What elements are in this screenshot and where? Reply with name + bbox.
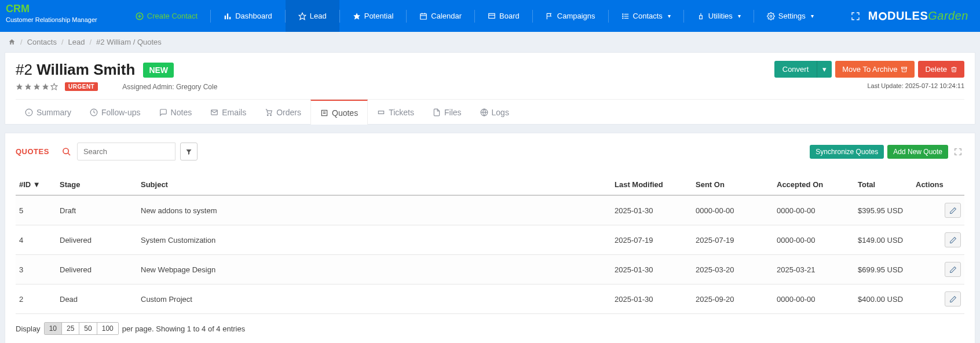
cell-actions (912, 255, 964, 284)
th-modified[interactable]: Last Modified (611, 174, 692, 195)
chevron-down-icon: ▾ (822, 65, 827, 74)
nav-calendar[interactable]: Calendar (407, 0, 474, 32)
page-size-100[interactable]: 100 (97, 323, 118, 334)
th-subject[interactable]: Subject (137, 174, 611, 195)
last-update: Last Update: 2025-07-12 10:24:11 (774, 82, 964, 89)
nav-dashboard[interactable]: Dashboard (211, 0, 285, 32)
cell-modified: 2025-01-30 (611, 255, 692, 284)
th-accepted[interactable]: Accepted On (773, 174, 854, 195)
edit-button[interactable] (945, 262, 961, 277)
cell-modified: 2025-01-30 (611, 284, 692, 314)
tab-tickets[interactable]: Tickets (368, 100, 423, 124)
nav-create-contact[interactable]: Create Contact (123, 0, 210, 32)
convert-button[interactable]: Convert ▾ (774, 61, 832, 78)
archive-icon (901, 66, 908, 73)
svg-point-19 (622, 17, 623, 18)
delete-button[interactable]: Delete (918, 61, 964, 78)
cell-total: $400.00 USD (854, 284, 912, 314)
nav-contacts[interactable]: Contacts ▾ (609, 0, 683, 32)
search-input[interactable] (77, 143, 175, 160)
nav-settings[interactable]: Settings ▾ (754, 0, 827, 32)
th-id[interactable]: #ID ▼ (16, 174, 56, 195)
globe-icon (480, 108, 488, 116)
nav-label: Dashboard (235, 12, 272, 20)
tab-orders[interactable]: Orders (255, 100, 310, 124)
plus-circle-icon (136, 12, 144, 20)
home-icon[interactable] (8, 38, 16, 46)
cell-id: 4 (16, 225, 56, 255)
svg-rect-21 (700, 15, 703, 19)
cell-accepted: 0000-00-00 (773, 284, 854, 314)
svg-rect-28 (902, 67, 907, 68)
nav-label: Potential (364, 12, 394, 20)
expand-icon[interactable] (952, 145, 964, 158)
list-icon (621, 12, 630, 20)
nav-potential[interactable]: Potential (340, 0, 407, 32)
table-row[interactable]: 3DeliveredNew Webpage Design2025-01-3020… (16, 255, 964, 284)
svg-marker-27 (51, 83, 57, 90)
fullscreen-icon[interactable] (851, 12, 860, 21)
tab-summary[interactable]: Summary (16, 100, 81, 124)
cell-accepted: 0000-00-00 (773, 195, 854, 225)
table-row[interactable]: 5DraftNew addons to system2025-01-300000… (16, 195, 964, 225)
cell-sent: 0000-00-00 (692, 195, 773, 225)
nav-board[interactable]: Board (475, 0, 532, 32)
tab-notes[interactable]: Notes (150, 100, 202, 124)
tab-logs[interactable]: Logs (471, 100, 518, 124)
nav-label: Lead (310, 12, 327, 20)
page-size-25[interactable]: 25 (62, 323, 79, 334)
th-total[interactable]: Total (854, 174, 912, 195)
contact-tabs: Summary Follow-ups Notes Emails Orders Q… (16, 99, 964, 124)
edit-button[interactable] (945, 291, 961, 306)
th-sent[interactable]: Sent On (692, 174, 773, 195)
tab-emails[interactable]: Emails (201, 100, 255, 124)
svg-rect-8 (420, 13, 427, 19)
brand-block: CRM Customer Relationship Manager (0, 0, 105, 32)
svg-marker-25 (34, 83, 40, 90)
svg-rect-12 (489, 13, 495, 18)
edit-button[interactable] (945, 203, 961, 218)
table-row[interactable]: 2DeadCustom Project2025-01-302025-09-200… (16, 284, 964, 314)
svg-marker-7 (353, 13, 360, 20)
convert-button-main[interactable]: Convert (774, 61, 817, 78)
search-icon[interactable] (56, 143, 77, 160)
board-icon (488, 12, 496, 20)
page-size-50[interactable]: 50 (79, 323, 97, 334)
breadcrumb-contacts[interactable]: Contacts (27, 38, 57, 46)
synchronize-quotes-button[interactable]: Synchronize Quotes (810, 145, 884, 159)
assigned-admin: Assigned Admin: Gregory Cole (122, 83, 217, 91)
edit-button[interactable] (945, 232, 961, 247)
filter-button[interactable] (180, 143, 198, 160)
nav-label: Create Contact (147, 12, 198, 20)
cell-total: $149.00 USD (854, 225, 912, 255)
priority-badge: URGENT (65, 82, 98, 91)
th-stage[interactable]: Stage (56, 174, 137, 195)
convert-button-dropdown[interactable]: ▾ (817, 61, 832, 78)
svg-marker-6 (299, 13, 306, 20)
tab-files[interactable]: Files (423, 100, 471, 124)
breadcrumb-lead[interactable]: Lead (68, 38, 85, 46)
page-size-10[interactable]: 10 (45, 323, 62, 334)
cell-id: 2 (16, 284, 56, 314)
rating-stars[interactable] (16, 83, 58, 90)
cell-total: $699.95 USD (854, 255, 912, 284)
tab-quotes[interactable]: Quotes (310, 100, 368, 125)
nav-label: Campaigns (557, 12, 595, 20)
move-to-archive-button[interactable]: Move To Archive (835, 61, 915, 78)
table-row[interactable]: 4DeliveredSystem Customization2025-07-19… (16, 225, 964, 255)
gear-icon (767, 12, 775, 20)
nav-label: Utilities (708, 12, 733, 20)
cell-modified: 2025-07-19 (611, 225, 692, 255)
nav-campaigns[interactable]: Campaigns (533, 0, 608, 32)
add-new-quote-button[interactable]: Add New Quote (887, 145, 948, 159)
nav-label: Calendar (431, 12, 462, 20)
file-icon (433, 108, 441, 116)
svg-marker-24 (25, 83, 31, 90)
nav-lead[interactable]: Lead (286, 0, 339, 32)
page-size-selector: 10 25 50 100 (44, 322, 119, 335)
tab-followups[interactable]: Follow-ups (81, 100, 150, 124)
cell-stage: Dead (56, 284, 137, 314)
chevron-down-icon: ▾ (811, 13, 814, 19)
nav-utilities[interactable]: Utilities ▾ (684, 0, 754, 32)
info-icon (25, 108, 33, 116)
